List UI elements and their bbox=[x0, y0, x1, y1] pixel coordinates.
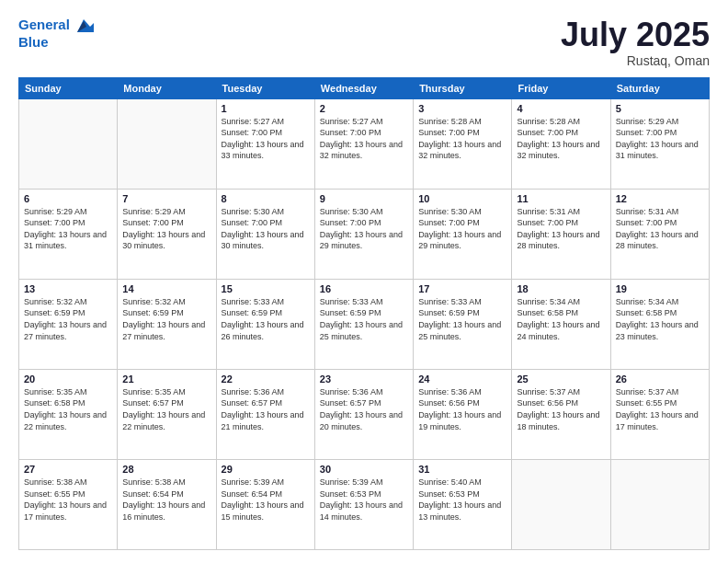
col-sunday: Sunday bbox=[19, 77, 118, 98]
calendar-week-row: 27Sunrise: 5:38 AM Sunset: 6:55 PM Dayli… bbox=[19, 459, 710, 549]
day-info: Sunrise: 5:33 AM Sunset: 6:59 PM Dayligh… bbox=[418, 296, 506, 342]
day-number: 19 bbox=[616, 283, 704, 294]
day-number: 16 bbox=[320, 283, 408, 294]
month-year: July 2025 bbox=[561, 17, 710, 53]
day-info: Sunrise: 5:32 AM Sunset: 6:59 PM Dayligh… bbox=[122, 296, 210, 342]
day-number: 1 bbox=[222, 103, 310, 114]
table-row: 2Sunrise: 5:27 AM Sunset: 7:00 PM Daylig… bbox=[314, 98, 413, 189]
day-number: 24 bbox=[418, 373, 506, 385]
table-row bbox=[118, 98, 216, 189]
day-number: 23 bbox=[320, 373, 408, 385]
day-number: 21 bbox=[122, 373, 210, 385]
day-info: Sunrise: 5:36 AM Sunset: 6:57 PM Dayligh… bbox=[222, 386, 310, 432]
day-info: Sunrise: 5:29 AM Sunset: 7:00 PM Dayligh… bbox=[122, 206, 210, 252]
calendar-week-row: 6Sunrise: 5:29 AM Sunset: 7:00 PM Daylig… bbox=[19, 189, 710, 279]
table-row bbox=[610, 459, 709, 549]
day-info: Sunrise: 5:32 AM Sunset: 6:59 PM Dayligh… bbox=[24, 296, 112, 342]
day-info: Sunrise: 5:34 AM Sunset: 6:58 PM Dayligh… bbox=[517, 296, 605, 342]
day-number: 18 bbox=[517, 283, 605, 294]
table-row: 16Sunrise: 5:33 AM Sunset: 6:59 PM Dayli… bbox=[314, 279, 413, 369]
table-row: 12Sunrise: 5:31 AM Sunset: 7:00 PM Dayli… bbox=[610, 189, 709, 279]
day-number: 11 bbox=[517, 193, 605, 204]
day-info: Sunrise: 5:38 AM Sunset: 6:55 PM Dayligh… bbox=[24, 477, 112, 523]
table-row: 11Sunrise: 5:31 AM Sunset: 7:00 PM Dayli… bbox=[512, 189, 610, 279]
day-info: Sunrise: 5:35 AM Sunset: 6:57 PM Dayligh… bbox=[122, 386, 210, 432]
day-number: 31 bbox=[418, 464, 506, 475]
day-info: Sunrise: 5:37 AM Sunset: 6:56 PM Dayligh… bbox=[517, 386, 605, 432]
header: General Blue July 2025 Rustaq, Oman bbox=[18, 17, 710, 68]
day-info: Sunrise: 5:28 AM Sunset: 7:00 PM Dayligh… bbox=[517, 116, 605, 162]
col-monday: Monday bbox=[118, 77, 216, 98]
table-row: 30Sunrise: 5:39 AM Sunset: 6:53 PM Dayli… bbox=[314, 459, 413, 549]
day-info: Sunrise: 5:29 AM Sunset: 7:00 PM Dayligh… bbox=[24, 206, 112, 252]
day-number: 17 bbox=[418, 283, 506, 294]
table-row: 29Sunrise: 5:39 AM Sunset: 6:54 PM Dayli… bbox=[216, 459, 314, 549]
day-number: 2 bbox=[320, 103, 408, 114]
day-number: 15 bbox=[222, 283, 310, 294]
table-row: 21Sunrise: 5:35 AM Sunset: 6:57 PM Dayli… bbox=[118, 369, 216, 459]
col-saturday: Saturday bbox=[610, 77, 709, 98]
day-number: 8 bbox=[222, 193, 310, 204]
table-row: 27Sunrise: 5:38 AM Sunset: 6:55 PM Dayli… bbox=[19, 459, 118, 549]
table-row: 3Sunrise: 5:28 AM Sunset: 7:00 PM Daylig… bbox=[414, 98, 512, 189]
day-info: Sunrise: 5:29 AM Sunset: 7:00 PM Dayligh… bbox=[616, 116, 704, 162]
table-row: 15Sunrise: 5:33 AM Sunset: 6:59 PM Dayli… bbox=[216, 279, 314, 369]
calendar-week-row: 20Sunrise: 5:35 AM Sunset: 6:58 PM Dayli… bbox=[19, 369, 710, 459]
calendar-week-row: 1Sunrise: 5:27 AM Sunset: 7:00 PM Daylig… bbox=[19, 98, 710, 189]
day-info: Sunrise: 5:33 AM Sunset: 6:59 PM Dayligh… bbox=[320, 296, 408, 342]
table-row: 31Sunrise: 5:40 AM Sunset: 6:53 PM Dayli… bbox=[414, 459, 512, 549]
day-info: Sunrise: 5:39 AM Sunset: 6:53 PM Dayligh… bbox=[320, 477, 408, 523]
table-row: 19Sunrise: 5:34 AM Sunset: 6:58 PM Dayli… bbox=[610, 279, 709, 369]
logo: General Blue bbox=[18, 17, 94, 50]
day-number: 9 bbox=[320, 193, 408, 204]
col-wednesday: Wednesday bbox=[314, 77, 413, 98]
day-number: 20 bbox=[24, 373, 112, 385]
day-info: Sunrise: 5:31 AM Sunset: 7:00 PM Dayligh… bbox=[517, 206, 605, 252]
day-number: 30 bbox=[320, 464, 408, 475]
table-row: 28Sunrise: 5:38 AM Sunset: 6:54 PM Dayli… bbox=[118, 459, 216, 549]
location: Rustaq, Oman bbox=[561, 53, 710, 68]
table-row bbox=[19, 98, 118, 189]
title-block: July 2025 Rustaq, Oman bbox=[561, 17, 710, 68]
day-number: 10 bbox=[418, 193, 506, 204]
day-info: Sunrise: 5:30 AM Sunset: 7:00 PM Dayligh… bbox=[320, 206, 408, 252]
table-row: 9Sunrise: 5:30 AM Sunset: 7:00 PM Daylig… bbox=[314, 189, 413, 279]
day-info: Sunrise: 5:30 AM Sunset: 7:00 PM Dayligh… bbox=[222, 206, 310, 252]
calendar-table: Sunday Monday Tuesday Wednesday Thursday… bbox=[18, 77, 710, 550]
page: General Blue July 2025 Rustaq, Oman Sund… bbox=[0, 0, 728, 563]
table-row bbox=[512, 459, 610, 549]
logo-line1: General bbox=[18, 17, 94, 34]
day-number: 4 bbox=[517, 103, 605, 114]
day-info: Sunrise: 5:36 AM Sunset: 6:56 PM Dayligh… bbox=[418, 386, 506, 432]
table-row: 14Sunrise: 5:32 AM Sunset: 6:59 PM Dayli… bbox=[118, 279, 216, 369]
col-tuesday: Tuesday bbox=[216, 77, 314, 98]
day-info: Sunrise: 5:28 AM Sunset: 7:00 PM Dayligh… bbox=[418, 116, 506, 162]
day-info: Sunrise: 5:40 AM Sunset: 6:53 PM Dayligh… bbox=[418, 477, 506, 523]
table-row: 4Sunrise: 5:28 AM Sunset: 7:00 PM Daylig… bbox=[512, 98, 610, 189]
table-row: 8Sunrise: 5:30 AM Sunset: 7:00 PM Daylig… bbox=[216, 189, 314, 279]
day-number: 28 bbox=[122, 464, 210, 475]
table-row: 26Sunrise: 5:37 AM Sunset: 6:55 PM Dayli… bbox=[610, 369, 709, 459]
day-info: Sunrise: 5:37 AM Sunset: 6:55 PM Dayligh… bbox=[616, 386, 704, 432]
day-info: Sunrise: 5:33 AM Sunset: 6:59 PM Dayligh… bbox=[222, 296, 310, 342]
day-number: 12 bbox=[616, 193, 704, 204]
day-info: Sunrise: 5:27 AM Sunset: 7:00 PM Dayligh… bbox=[222, 116, 310, 162]
table-row: 6Sunrise: 5:29 AM Sunset: 7:00 PM Daylig… bbox=[19, 189, 118, 279]
col-friday: Friday bbox=[512, 77, 610, 98]
day-number: 6 bbox=[24, 193, 112, 204]
day-info: Sunrise: 5:38 AM Sunset: 6:54 PM Dayligh… bbox=[122, 477, 210, 523]
col-thursday: Thursday bbox=[414, 77, 512, 98]
day-number: 3 bbox=[418, 103, 506, 114]
day-info: Sunrise: 5:31 AM Sunset: 7:00 PM Dayligh… bbox=[616, 206, 704, 252]
table-row: 23Sunrise: 5:36 AM Sunset: 6:57 PM Dayli… bbox=[314, 369, 413, 459]
day-number: 7 bbox=[122, 193, 210, 204]
day-number: 14 bbox=[122, 283, 210, 294]
calendar-header-row: Sunday Monday Tuesday Wednesday Thursday… bbox=[19, 77, 710, 98]
day-info: Sunrise: 5:39 AM Sunset: 6:54 PM Dayligh… bbox=[222, 477, 310, 523]
table-row: 25Sunrise: 5:37 AM Sunset: 6:56 PM Dayli… bbox=[512, 369, 610, 459]
logo-icon bbox=[74, 17, 94, 34]
day-info: Sunrise: 5:36 AM Sunset: 6:57 PM Dayligh… bbox=[320, 386, 408, 432]
table-row: 17Sunrise: 5:33 AM Sunset: 6:59 PM Dayli… bbox=[414, 279, 512, 369]
day-info: Sunrise: 5:34 AM Sunset: 6:58 PM Dayligh… bbox=[616, 296, 704, 342]
day-number: 25 bbox=[517, 373, 605, 385]
